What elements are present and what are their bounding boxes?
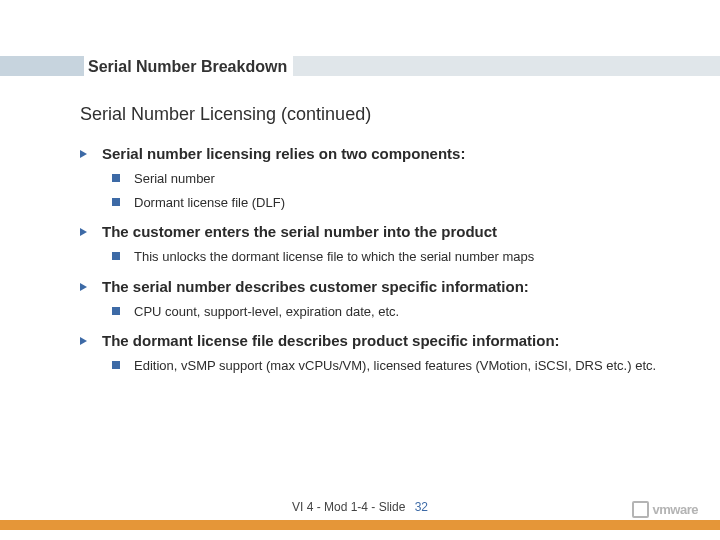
- list-item: The dormant license file describes produ…: [80, 332, 690, 375]
- bullet-text: The dormant license file describes produ…: [102, 332, 560, 349]
- list-item: The customer enters the serial number in…: [80, 223, 690, 266]
- logo-text: vmware: [653, 502, 698, 517]
- bullet-text: The serial number describes customer spe…: [102, 278, 529, 295]
- title-accent: [0, 56, 84, 76]
- vmware-logo: vmware: [632, 501, 698, 518]
- content: Serial Number Licensing (continued) Seri…: [80, 104, 690, 385]
- bullet-list: Serial number licensing relies on two co…: [80, 145, 690, 375]
- slide-title: Serial Number Breakdown: [84, 56, 293, 77]
- sub-list-item: Dormant license file (DLF): [112, 194, 690, 212]
- footer-accent-bar: [0, 520, 720, 530]
- footer-text: VI 4 - Mod 1-4 - Slide 32: [0, 500, 720, 514]
- title-bar: Serial Number Breakdown: [0, 56, 720, 76]
- section-heading: Serial Number Licensing (continued): [80, 104, 690, 125]
- list-item: The serial number describes customer spe…: [80, 278, 690, 321]
- list-item: Serial number licensing relies on two co…: [80, 145, 690, 211]
- sub-list-item: Serial number: [112, 170, 690, 188]
- sub-list: Edition, vSMP support (max vCPUs/VM), li…: [102, 357, 690, 375]
- bullet-text: Serial number licensing relies on two co…: [102, 145, 465, 162]
- sub-list: CPU count, support-level, expiration dat…: [102, 303, 690, 321]
- sub-list-item: CPU count, support-level, expiration dat…: [112, 303, 690, 321]
- sub-list-item: This unlocks the dormant license file to…: [112, 248, 690, 266]
- sub-list-item: Edition, vSMP support (max vCPUs/VM), li…: [112, 357, 690, 375]
- slide-number: 32: [415, 500, 428, 514]
- sub-list: Serial number Dormant license file (DLF): [102, 170, 690, 211]
- bullet-text: The customer enters the serial number in…: [102, 223, 497, 240]
- sub-list: This unlocks the dormant license file to…: [102, 248, 690, 266]
- logo-icon: [632, 501, 649, 518]
- footer-label: VI 4 - Mod 1-4 - Slide: [292, 500, 405, 514]
